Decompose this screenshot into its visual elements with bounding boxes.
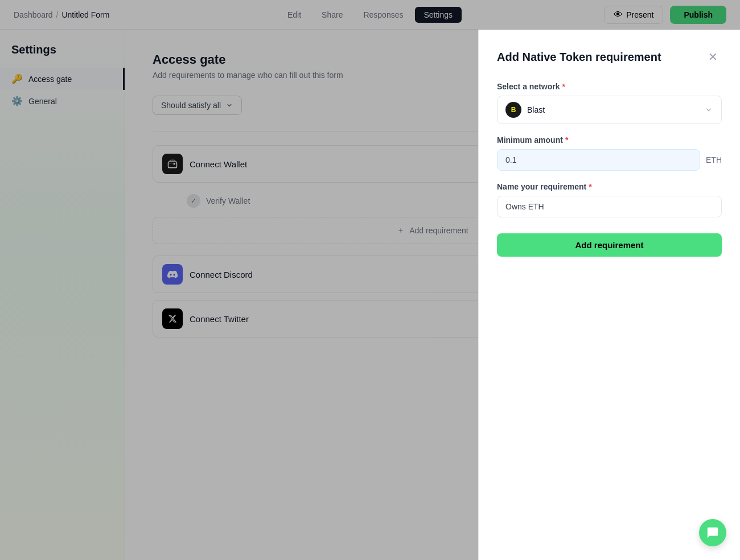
min-amount-required: * — [565, 135, 568, 145]
modal-header: Add Native Token requirement ✕ — [497, 48, 722, 66]
name-req-required: * — [589, 182, 591, 191]
min-amount-label: Minimum amount * — [497, 135, 722, 145]
network-field: Select a network * B Blast — [497, 82, 722, 124]
chat-icon — [706, 526, 719, 539]
modal-close-button[interactable]: ✕ — [704, 48, 722, 66]
select-chevron-icon — [704, 105, 713, 114]
name-requirement-field: Name your requirement * — [497, 182, 722, 233]
network-label: Select a network * — [497, 82, 722, 91]
network-select-value: B Blast — [505, 102, 545, 118]
add-requirement-submit-button[interactable]: Add requirement — [497, 233, 722, 257]
requirement-name-input[interactable] — [497, 196, 722, 217]
amount-row: ETH — [497, 149, 722, 171]
blast-icon: B — [505, 102, 521, 118]
add-token-modal: Add Native Token requirement ✕ Select a … — [478, 30, 740, 560]
network-select[interactable]: B Blast — [497, 96, 722, 124]
min-amount-field: Minimum amount * ETH — [497, 135, 722, 171]
network-required: * — [562, 82, 565, 91]
modal-footer: Add requirement — [497, 233, 722, 257]
chat-widget[interactable] — [699, 519, 726, 546]
selected-network-label: Blast — [527, 105, 545, 114]
amount-unit: ETH — [706, 155, 722, 164]
name-req-label: Name your requirement * — [497, 182, 722, 191]
min-amount-input[interactable] — [497, 149, 700, 171]
modal-title: Add Native Token requirement — [497, 51, 661, 64]
